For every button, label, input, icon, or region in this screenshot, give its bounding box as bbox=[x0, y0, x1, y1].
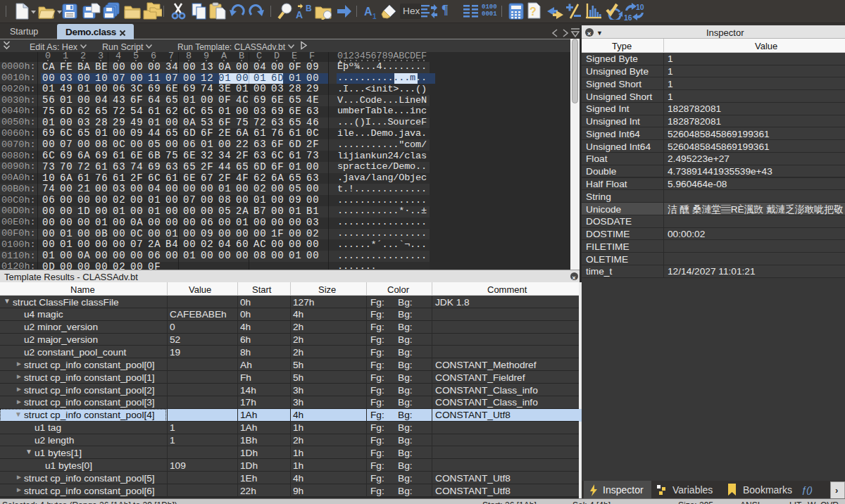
svg-text:1: 1 bbox=[373, 13, 377, 20]
svg-text:A: A bbox=[364, 6, 373, 18]
svg-text:A: A bbox=[296, 9, 303, 20]
svg-text:?: ? bbox=[530, 6, 537, 18]
svg-text:B: B bbox=[306, 4, 312, 13]
svg-text:16: 16 bbox=[624, 13, 632, 21]
svg-text:10: 10 bbox=[636, 3, 644, 11]
